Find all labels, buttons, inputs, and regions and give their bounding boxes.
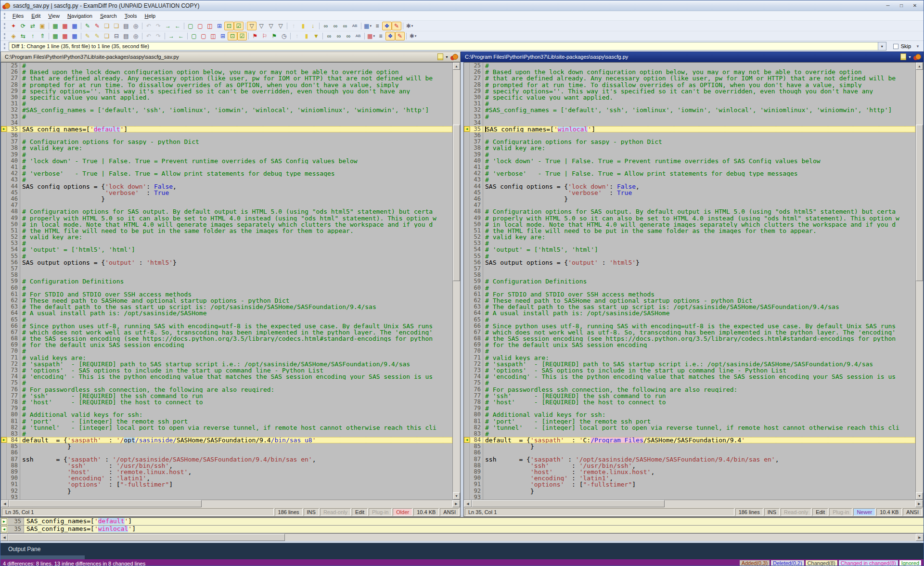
code-line[interactable]: 30# specific value you want applied. (1, 94, 452, 101)
recompare-icon[interactable]: ⟳ (18, 22, 28, 30)
code-line[interactable]: 43# (1, 177, 452, 183)
chevron-down-icon[interactable]: ▼ (445, 55, 449, 59)
view-layout-icon[interactable]: ▦▾ (366, 32, 376, 40)
code-line[interactable]: 33# (1, 114, 452, 120)
edit-first-icon[interactable]: ✎ (83, 22, 92, 30)
view-plugins-icon[interactable]: ❖ (385, 32, 395, 40)
save-both-icon[interactable]: ▦ (70, 32, 79, 40)
code-line[interactable]: 56SAS_output_options = {'output' : 'html… (1, 259, 452, 266)
menu-navigation[interactable]: Navigation (64, 12, 96, 20)
first-file-editor[interactable]: 25#26# Based upon the lock_down configur… (1, 63, 452, 500)
code-line[interactable]: 85 } (1, 443, 452, 450)
code-line[interactable]: 48# Configuration options for SAS output… (464, 208, 915, 215)
code-line[interactable]: 69# for the default unix SAS session enc… (1, 342, 452, 348)
menu-tools[interactable]: Tools (121, 12, 141, 20)
code-line[interactable]: 86 (464, 450, 915, 456)
toolbar-grip[interactable] (4, 43, 5, 49)
code-line[interactable]: 34 (1, 120, 452, 126)
code-line[interactable]: 25# (1, 63, 452, 69)
save-result-icon[interactable]: ◈ (9, 32, 18, 40)
code-line[interactable]: 72# 'saspath' - [REQUIRED] path to SAS s… (1, 361, 452, 367)
code-line[interactable]: 89 'host' : 'remote.linux.host', (1, 469, 452, 475)
code-line[interactable]: 43# (464, 177, 915, 183)
code-line[interactable]: 27# that are defined already. Any necess… (464, 75, 915, 81)
compare-cherry-icon[interactable] (913, 53, 921, 60)
code-line[interactable]: 87ssh = {'saspath' : '/opt/sasinside/SAS… (1, 456, 452, 463)
code-line[interactable]: 50# in local mode. Note that HTML 4.0 wi… (464, 221, 915, 228)
scroll-up-icon[interactable]: ↑ (292, 32, 302, 40)
current-diff-line[interactable]: ▶35SAS_config_names=['default'] (0, 518, 924, 526)
code-line[interactable]: 25# (464, 63, 915, 69)
code-line[interactable]: 29# specify options=''. This way it's sp… (464, 88, 915, 94)
save-second2-icon[interactable]: ▦ (60, 32, 70, 40)
edit-right-icon[interactable]: ✎ (92, 32, 102, 40)
menu-help[interactable]: Help (141, 12, 159, 20)
vertical-scrollbar[interactable]: ▲ ▼ (915, 63, 923, 500)
code-line[interactable]: 66# Since python uses utf-8, running SAS… (464, 323, 915, 329)
bookmark-green-icon[interactable]: ⚑ (270, 32, 279, 40)
print-icon[interactable]: ▤ (121, 22, 131, 30)
code-line[interactable]: 54# 'output' = ['html5', 'html'] (1, 246, 452, 253)
code-line[interactable]: 45 'verbose' : True (1, 190, 452, 196)
code-line[interactable]: 59# Configuration Definitions (1, 278, 452, 284)
horizontal-scrollbar[interactable]: ◀ ▶ (464, 500, 923, 507)
scroll-right-arrow-icon[interactable]: ▶ (915, 500, 923, 507)
code-line[interactable]: 67# which does not work well as utf-8. S… (464, 329, 915, 335)
first-diff-icon[interactable]: ↑ (289, 22, 298, 30)
code-line[interactable]: 44SAS_config_options = {'lock_down': Fal… (464, 183, 915, 190)
code-line[interactable]: 46 } (464, 196, 915, 202)
chevron-down-icon[interactable]: ▼ (878, 42, 886, 50)
code-line[interactable]: 74# 'encoding' - This is the python enco… (464, 373, 915, 380)
code-line[interactable]: 90 'encoding' : 'latin1', (1, 475, 452, 481)
code-line[interactable]: 31# (1, 101, 452, 107)
code-line[interactable]: 71# valid keys are: (464, 355, 915, 361)
history-icon[interactable]: ◷ (279, 32, 289, 40)
code-line[interactable]: 89 'host' : 'remote.linux.host', (464, 469, 915, 475)
code-line[interactable]: 58 (1, 272, 452, 278)
code-line[interactable]: 61# For STDIO and STDIO over SSH access … (1, 291, 452, 297)
output-pane-tab[interactable] (0, 555, 85, 559)
code-line[interactable]: 41# (464, 164, 915, 170)
copy-up-icon[interactable]: ↑ (28, 32, 38, 40)
report-icon[interactable]: ≡ (372, 22, 382, 30)
code-line[interactable]: 92 } (1, 488, 452, 494)
scrollbar-thumb[interactable] (453, 125, 460, 281)
code-line[interactable]: 87ssh = {'saspath' : '/opt/sasinside/SAS… (464, 456, 915, 463)
code-line[interactable]: 38# valid key are: (464, 145, 915, 151)
code-line[interactable]: 57 (464, 266, 915, 272)
code-line[interactable]: 67# which does not work well as utf-8. S… (1, 329, 452, 335)
code-line[interactable]: ◀35SAS_config_names=['winlocal'] (464, 126, 915, 132)
code-line[interactable]: 40# 'lock_down' - True | False. True = P… (1, 158, 452, 164)
code-line[interactable]: 65# (464, 317, 915, 323)
code-line[interactable]: 66# Since python uses utf-8, running SAS… (1, 323, 452, 329)
code-line[interactable]: 60# (1, 285, 452, 291)
code-line[interactable]: 71# valid keys are: (1, 355, 452, 361)
code-line[interactable]: 58 (464, 272, 915, 278)
code-line[interactable]: 68# the SAS session encoding (see https:… (464, 335, 915, 342)
edit-left-icon[interactable]: ✎ (83, 32, 92, 40)
code-line[interactable]: ▶35SAS_config_names=['default'] (1, 126, 452, 132)
code-line[interactable]: 54# 'output' = ['html5', 'html'] (464, 246, 915, 253)
code-line[interactable]: 73# 'options' - SAS options to include i… (464, 367, 915, 373)
scrollbar-thumb[interactable] (8, 534, 285, 541)
match-case-icon[interactable]: AB (350, 22, 359, 30)
print2-icon[interactable]: ▤ (121, 32, 131, 40)
next-diff-icon[interactable]: ↓ (308, 22, 318, 30)
options-icon[interactable]: ✱▾ (405, 22, 414, 30)
code-line[interactable]: 56SAS_output_options = {'output' : 'html… (464, 259, 915, 266)
code-line[interactable]: 52# valid key are: (1, 234, 452, 240)
pane-different-icon[interactable]: ▢ (199, 32, 208, 40)
scrollbar-thumb[interactable] (916, 125, 923, 281)
code-line[interactable]: 64# A usual install path is: /opt/sasins… (464, 310, 915, 316)
merge-icon[interactable]: ⇆ (18, 32, 28, 40)
code-line[interactable]: 39# (1, 152, 452, 158)
vertical-scrollbar[interactable]: ▲ ▼ (452, 63, 460, 500)
next-block-icon[interactable]: ▼ (311, 32, 321, 40)
code-line[interactable]: ◀84default = {'saspath' : 'C:/Program Fi… (464, 437, 915, 443)
show-left-only-icon[interactable]: ◫ (205, 22, 215, 30)
save-second-icon[interactable]: ▦ (60, 22, 70, 30)
doc-pair-icon[interactable]: ⊟ (112, 32, 121, 40)
code-line[interactable]: 53# (464, 240, 915, 246)
scroll-down-arrow-icon[interactable]: ▼ (453, 492, 460, 500)
menu-view[interactable]: View (44, 12, 64, 20)
